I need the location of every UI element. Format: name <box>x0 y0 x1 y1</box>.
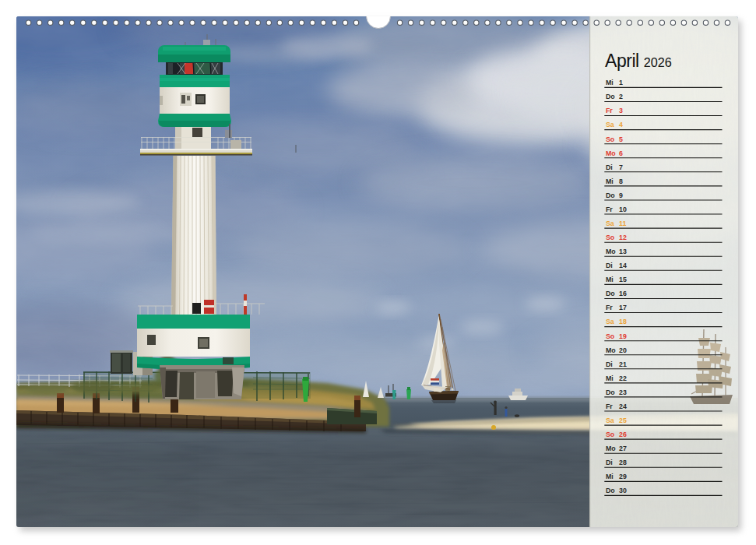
svg-text:Do: Do <box>606 487 615 494</box>
svg-text:So: So <box>606 332 615 340</box>
svg-text:1: 1 <box>619 79 623 86</box>
svg-text:2: 2 <box>619 93 623 100</box>
svg-text:12: 12 <box>619 234 627 241</box>
svg-text:Mo: Mo <box>606 149 616 157</box>
svg-text:Do: Do <box>606 389 615 396</box>
svg-text:So: So <box>606 431 615 438</box>
svg-text:17: 17 <box>619 304 627 311</box>
svg-text:Mi: Mi <box>606 473 614 480</box>
svg-text:27: 27 <box>619 445 627 452</box>
svg-text:23: 23 <box>619 389 627 396</box>
svg-text:9: 9 <box>619 192 623 199</box>
svg-text:26: 26 <box>619 431 627 438</box>
svg-text:Di: Di <box>606 459 613 466</box>
svg-text:Mi: Mi <box>606 178 614 185</box>
svg-text:Mo: Mo <box>606 346 616 354</box>
svg-text:22: 22 <box>619 374 627 382</box>
svg-text:So: So <box>606 234 615 241</box>
svg-text:Mo: Mo <box>606 445 616 452</box>
svg-text:3: 3 <box>619 107 623 114</box>
svg-text:Di: Di <box>606 360 613 368</box>
svg-text:8: 8 <box>619 178 623 185</box>
svg-text:18: 18 <box>619 318 627 325</box>
svg-text:11: 11 <box>619 220 626 227</box>
svg-text:Sa: Sa <box>606 220 614 227</box>
svg-text:Di: Di <box>606 164 613 171</box>
svg-text:Do: Do <box>606 192 615 199</box>
svg-text:20: 20 <box>619 346 627 354</box>
svg-text:19: 19 <box>619 332 627 340</box>
svg-text:Fr: Fr <box>606 107 613 114</box>
svg-text:Sa: Sa <box>606 318 614 325</box>
svg-text:Mi: Mi <box>606 79 614 86</box>
svg-text:4: 4 <box>619 121 623 128</box>
svg-text:Sa: Sa <box>606 121 614 128</box>
svg-text:6: 6 <box>619 149 623 157</box>
svg-text:Fr: Fr <box>606 304 613 311</box>
svg-text:Do: Do <box>606 290 615 297</box>
svg-text:5: 5 <box>619 135 623 143</box>
svg-text:Fr: Fr <box>606 403 613 410</box>
svg-text:14: 14 <box>619 262 627 269</box>
svg-text:Di: Di <box>606 262 613 269</box>
svg-text:15: 15 <box>619 276 627 283</box>
svg-text:25: 25 <box>619 417 627 424</box>
svg-text:13: 13 <box>619 248 627 255</box>
svg-text:21: 21 <box>619 360 627 368</box>
svg-text:7: 7 <box>619 164 623 171</box>
svg-text:28: 28 <box>619 459 627 466</box>
svg-text:Mi: Mi <box>606 276 614 283</box>
svg-text:16: 16 <box>619 290 627 297</box>
svg-text:Mi: Mi <box>606 374 614 382</box>
svg-text:Mo: Mo <box>606 248 616 255</box>
svg-text:29: 29 <box>619 473 627 480</box>
svg-text:Do: Do <box>606 93 615 100</box>
svg-text:10: 10 <box>619 206 627 213</box>
svg-text:Fr: Fr <box>606 206 613 213</box>
svg-text:24: 24 <box>619 403 627 410</box>
svg-text:30: 30 <box>619 487 627 494</box>
svg-text:So: So <box>606 135 615 143</box>
svg-text:Sa: Sa <box>606 417 614 424</box>
